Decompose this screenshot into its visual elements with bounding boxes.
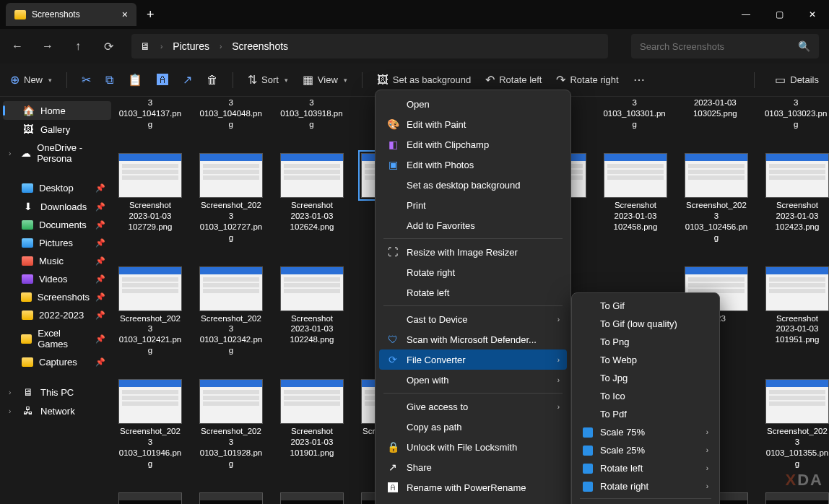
file-item[interactable]: Screenshot_20230103_102727.png — [199, 137, 263, 243]
sidebar-item-screenshots[interactable]: Screenshots📌 — [3, 288, 111, 306]
rotate-left-button[interactable]: ↶Rotate left — [485, 73, 542, 87]
ctx-print[interactable]: Print — [379, 195, 567, 215]
minimize-button[interactable]: — — [729, 0, 763, 29]
file-item[interactable]: Screenshot_20230103_103023.png — [764, 97, 828, 130]
sm-scale-25[interactable]: Scale 25%› — [576, 441, 716, 459]
sidebar-item-this-pc[interactable]: ›🖥This PC — [3, 383, 111, 401]
file-item[interactable]: Screenshot_20230103_101928.png — [199, 363, 263, 469]
file-item[interactable]: Screenshot_20230103_102421.png — [118, 251, 182, 357]
sidebar-item-gallery[interactable]: 🖼Gallery — [3, 120, 111, 139]
file-item[interactable] — [199, 477, 263, 504]
share-icon[interactable]: ↗ — [183, 73, 192, 87]
file-item[interactable] — [118, 477, 182, 504]
file-item[interactable]: Screenshot_20230103_103918.png — [280, 97, 344, 130]
sm-to-png[interactable]: To Png — [576, 333, 716, 351]
file-item[interactable]: Screenshot_20230103_104048.png — [199, 97, 263, 130]
copy-icon[interactable]: ⧉ — [105, 74, 113, 87]
sm-to-gif-low[interactable]: To Gif (low quality) — [576, 315, 716, 333]
sidebar-item-videos[interactable]: Videos📌 — [3, 270, 111, 288]
sidebar-item-captures[interactable]: Captures📌 — [3, 353, 111, 371]
sm-to-webp[interactable]: To Webp — [576, 351, 716, 369]
file-item[interactable]: Screenshot2023-01-03102458.png — [604, 137, 667, 243]
sm-to-gif[interactable]: To Gif — [576, 297, 716, 315]
file-item[interactable]: Screenshot_20230103_104137.png — [118, 97, 182, 130]
sidebar-item-desktop[interactable]: Desktop📌 — [3, 179, 111, 197]
rotate-right-button[interactable]: ↷Rotate right — [556, 73, 618, 87]
ctx-defender[interactable]: 🛡Scan with Microsoft Defender... — [379, 329, 567, 349]
ctx-cast[interactable]: Cast to Device› — [379, 309, 567, 329]
file-item[interactable]: Screenshot2023-01-03101901.png — [280, 363, 344, 469]
sort-button[interactable]: ⇅Sort▾ — [248, 73, 288, 87]
ctx-power-rename[interactable]: 🅰Rename with PowerRename — [379, 477, 567, 498]
tab-screenshots[interactable]: Screenshots × — [6, 3, 136, 26]
ctx-open-with[interactable]: Open with› — [379, 370, 567, 390]
breadcrumb[interactable]: 🖥 › Pictures › Screenshots — [131, 34, 608, 58]
sidebar-item-home[interactable]: 🏠Home — [3, 101, 111, 120]
ctx-rotate-left[interactable]: Rotate left — [379, 282, 567, 303]
file-item[interactable]: Screenshot2023-01-03101951.png — [765, 251, 829, 357]
sm-rotate-left[interactable]: Rotate left› — [576, 459, 716, 477]
paste-icon[interactable]: 📋 — [128, 73, 142, 87]
chevron-icon[interactable]: › — [9, 388, 16, 396]
file-item[interactable]: Screenshot2023-01-03102423.png — [765, 137, 829, 243]
sidebar-item-network[interactable]: ›🖧Network — [3, 401, 111, 420]
ctx-set-desktop-bg[interactable]: Set as desktop background — [379, 175, 567, 195]
sm-scale-75[interactable]: Scale 75%› — [576, 423, 716, 441]
ctx-restore[interactable]: Restore previous versions — [379, 498, 567, 504]
search-box[interactable]: 🔍 — [631, 34, 819, 58]
new-tab-button[interactable]: + — [147, 7, 155, 22]
search-input[interactable] — [640, 41, 798, 52]
ctx-unlock[interactable]: 🔒Unlock with File Locksmith — [379, 437, 567, 457]
sm-to-jpg[interactable]: To Jpg — [576, 369, 716, 387]
forward-button[interactable]: → — [40, 40, 55, 53]
file-item[interactable]: Screenshot2023-01-03103025.png — [683, 97, 747, 130]
sidebar-item-2022-2023[interactable]: 2022-2023📌 — [3, 306, 111, 324]
ctx-copy-path[interactable]: Copy as path — [379, 417, 567, 437]
details-button[interactable]: ▭Details — [775, 73, 819, 87]
breadcrumb-screenshots[interactable]: Screenshots — [232, 40, 288, 52]
cut-icon[interactable]: ✂ — [82, 73, 91, 87]
more-button[interactable]: ⋯ — [633, 73, 645, 87]
breadcrumb-pictures[interactable]: Pictures — [173, 40, 209, 52]
file-item[interactable]: Screenshot_20230103_101946.png — [118, 363, 182, 469]
file-item[interactable]: Screenshot_20230103_102456.png — [685, 137, 748, 243]
maximize-button[interactable]: ▢ — [763, 0, 796, 29]
delete-icon[interactable]: 🗑 — [207, 74, 218, 87]
ctx-add-favorites[interactable]: Add to Favorites — [379, 215, 567, 235]
sidebar-item-music[interactable]: Music📌 — [3, 252, 111, 270]
ctx-open[interactable]: Open — [379, 94, 567, 114]
close-tab-icon[interactable]: × — [122, 9, 128, 20]
ctx-give-access[interactable]: Give access to› — [379, 396, 567, 417]
ctx-edit-photos[interactable]: ▣Edit with Photos — [379, 155, 567, 175]
file-item[interactable]: Screenshot_20230103_103301.png — [603, 97, 667, 130]
file-item[interactable]: Screenshot2023-01-03102248.png — [280, 251, 344, 357]
sidebar-item-downloads[interactable]: ⬇Downloads📌 — [3, 197, 111, 216]
sm-to-pdf[interactable]: To Pdf — [576, 405, 716, 423]
ctx-file-converter[interactable]: ⟳File Converter› — [379, 349, 567, 370]
file-item[interactable]: Screenshot2023-01-03102729.png — [118, 137, 182, 243]
rename-icon[interactable]: 🅰 — [157, 74, 168, 87]
new-button[interactable]: ⊕New▾ — [10, 73, 52, 87]
ctx-resize[interactable]: ⛶Resize with Image Resizer — [379, 242, 567, 262]
sidebar-item-excel-games[interactable]: Excel Games📌 — [3, 324, 111, 353]
refresh-button[interactable]: ⟳ — [101, 40, 116, 53]
file-item[interactable]: Screenshot_20230103_101355.png — [765, 363, 829, 469]
back-button[interactable]: ← — [10, 40, 25, 53]
ctx-edit-paint[interactable]: 🎨Edit with Paint — [379, 114, 567, 134]
file-item[interactable]: Screenshot_20230103_102342.png — [199, 251, 263, 357]
ctx-edit-clipchamp[interactable]: ◧Edit with Clipchamp — [379, 134, 567, 155]
sm-rotate-right[interactable]: Rotate right› — [576, 477, 716, 495]
sm-to-ico[interactable]: To Ico — [576, 387, 716, 405]
view-button[interactable]: ▦View▾ — [303, 73, 347, 87]
sidebar-item-pictures[interactable]: Pictures📌 — [3, 234, 111, 252]
chevron-icon[interactable]: › — [9, 149, 14, 157]
file-item[interactable]: Screenshot2023-01-03102624.png — [280, 137, 344, 243]
chevron-icon[interactable]: › — [9, 407, 16, 415]
set-background-button[interactable]: 🖼Set as background — [377, 74, 471, 87]
ctx-share[interactable]: ↗Share — [379, 457, 567, 477]
search-icon[interactable]: 🔍 — [798, 40, 810, 52]
up-button[interactable]: ↑ — [71, 40, 85, 53]
file-item[interactable] — [280, 477, 344, 504]
sidebar-item-documents[interactable]: Documents📌 — [3, 216, 111, 234]
ctx-rotate-right[interactable]: Rotate right — [379, 262, 567, 282]
